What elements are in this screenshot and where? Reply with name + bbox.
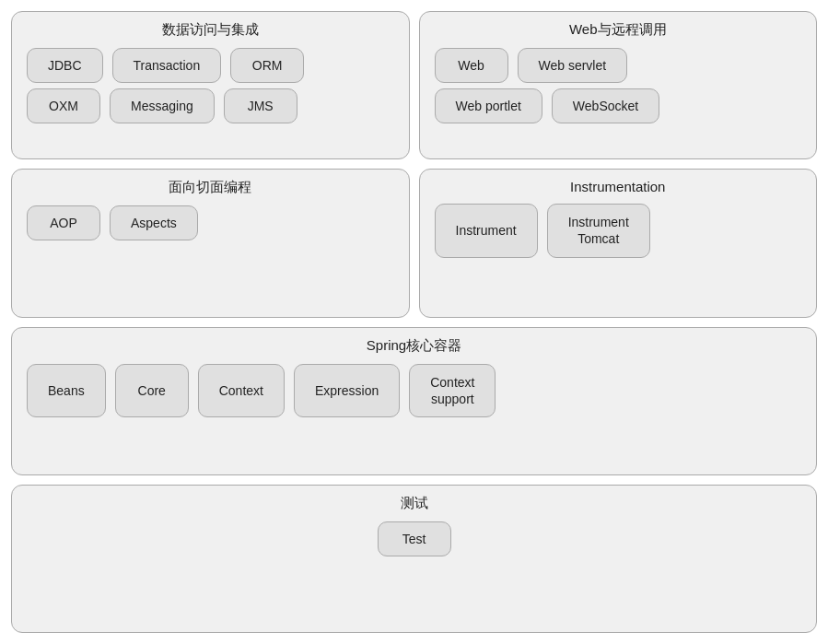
chip-oxm: OXM	[27, 88, 100, 123]
section-spring-core-title: Spring核心容器	[27, 337, 801, 355]
chip-beans: Beans	[27, 364, 106, 417]
section-test-title: 测试	[27, 495, 801, 512]
chip-transaction: Transaction	[112, 48, 222, 83]
section-instrumentation: Instrumentation Instrument InstrumentTom…	[419, 169, 818, 317]
chip-context-support: Contextsupport	[409, 364, 496, 417]
chip-websocket: WebSocket	[552, 88, 659, 123]
chip-context: Context	[198, 364, 285, 417]
data-access-row1: JDBC Transaction ORM	[27, 48, 394, 83]
section-test: 测试 Test	[11, 485, 817, 633]
row-2: 面向切面编程 AOP Aspects Instrumentation Instr…	[11, 169, 817, 317]
chip-web-portlet: Web portlet	[435, 88, 542, 123]
section-aop: 面向切面编程 AOP Aspects	[11, 169, 410, 317]
chip-orm: ORM	[230, 48, 304, 83]
section-data-access-title: 数据访问与集成	[27, 21, 394, 39]
chip-web: Web	[435, 48, 508, 83]
data-access-row2: OXM Messaging JMS	[27, 88, 394, 123]
chip-jms: JMS	[224, 88, 297, 123]
row-3: Spring核心容器 Beans Core Context Expression…	[11, 327, 817, 475]
aop-row1: AOP Aspects	[27, 205, 394, 240]
chip-expression: Expression	[294, 364, 400, 417]
chip-test: Test	[378, 521, 451, 556]
chip-instrument-tomcat: InstrumentTomcat	[547, 204, 650, 257]
instrumentation-row1: Instrument InstrumentTomcat	[435, 204, 802, 257]
web-row2: Web portlet WebSocket	[435, 88, 802, 123]
section-instrumentation-title: Instrumentation	[435, 179, 802, 194]
row-1: 数据访问与集成 JDBC Transaction ORM OXM Messagi…	[11, 11, 817, 159]
chip-jdbc: JDBC	[27, 48, 103, 83]
section-spring-core: Spring核心容器 Beans Core Context Expression…	[11, 327, 817, 475]
chip-messaging: Messaging	[110, 88, 215, 123]
web-row1: Web Web servlet	[435, 48, 802, 83]
test-row1: Test	[27, 521, 801, 556]
chip-instrument: Instrument	[435, 204, 538, 257]
section-web-title: Web与远程调用	[435, 21, 802, 39]
chip-aop: AOP	[27, 205, 100, 240]
row-4: 测试 Test	[11, 485, 817, 633]
section-data-access: 数据访问与集成 JDBC Transaction ORM OXM Messagi…	[11, 11, 410, 159]
section-aop-title: 面向切面编程	[27, 179, 394, 196]
section-web: Web与远程调用 Web Web servlet Web portlet Web…	[419, 11, 818, 159]
spring-core-row1: Beans Core Context Expression Contextsup…	[27, 364, 801, 417]
chip-aspects: Aspects	[110, 205, 198, 240]
chip-core: Core	[115, 364, 189, 417]
chip-web-servlet: Web servlet	[518, 48, 628, 83]
